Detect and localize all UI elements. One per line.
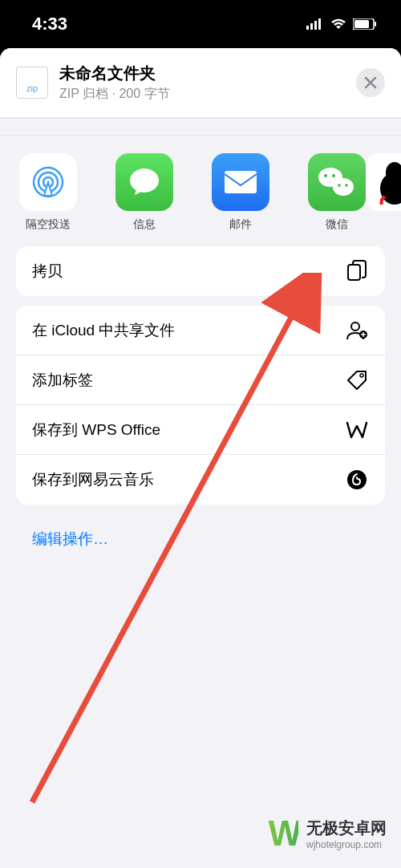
app-airdrop[interactable]: 隔空投送 <box>0 153 96 232</box>
svg-rect-20 <box>348 265 360 280</box>
qq-icon <box>366 153 401 211</box>
sheet-header: zip 未命名文件夹 ZIP 归档 · 200 字节 <box>0 48 401 118</box>
svg-point-10 <box>130 168 159 193</box>
section-divider <box>0 118 401 136</box>
svg-point-21 <box>351 322 359 331</box>
action-label: 拷贝 <box>32 261 63 282</box>
edit-actions-link[interactable]: 编辑操作… <box>16 514 385 564</box>
tag-icon <box>345 368 369 392</box>
action-copy[interactable]: 拷贝 <box>16 246 385 296</box>
app-label: 信息 <box>133 217 156 232</box>
svg-point-23 <box>360 374 363 377</box>
svg-rect-3 <box>318 18 321 30</box>
wps-icon <box>345 418 369 442</box>
wifi-icon <box>330 18 346 30</box>
svg-point-15 <box>333 178 354 196</box>
app-messages[interactable]: 信息 <box>96 153 192 232</box>
person-add-icon <box>345 318 369 343</box>
svg-rect-6 <box>375 22 376 26</box>
wechat-icon <box>308 153 366 211</box>
svg-point-13 <box>324 174 327 177</box>
file-title: 未命名文件夹 <box>59 63 345 84</box>
svg-point-24 <box>347 470 367 489</box>
file-info: 未命名文件夹 ZIP 归档 · 200 字节 <box>59 63 345 103</box>
action-label: 在 iCloud 中共享文件 <box>32 320 175 341</box>
copy-icon <box>345 259 369 283</box>
app-mail[interactable]: 邮件 <box>192 153 289 232</box>
status-time: 4:33 <box>32 14 67 34</box>
action-group-main: 在 iCloud 中共享文件 添加标签 保存到 WPS Office 保存到网易… <box>16 306 385 505</box>
svg-rect-0 <box>306 26 309 30</box>
watermark: W 无极安卓网 wjhotelgroup.com <box>268 813 387 854</box>
app-label: 微信 <box>326 217 348 232</box>
action-icloud-share[interactable]: 在 iCloud 中共享文件 <box>16 306 385 355</box>
svg-rect-1 <box>310 23 313 30</box>
mail-icon <box>212 153 269 211</box>
watermark-url: wjhotelgroup.com <box>306 839 387 850</box>
airdrop-icon <box>19 153 77 211</box>
watermark-logo-icon: W <box>268 813 298 854</box>
action-list: 拷贝 在 iCloud 中共享文件 添加标签 保存到 WPS Offic <box>16 246 385 564</box>
app-label: 邮件 <box>229 217 252 232</box>
svg-point-14 <box>332 174 335 177</box>
signal-icon <box>306 18 324 30</box>
watermark-title: 无极安卓网 <box>306 817 387 839</box>
file-subtitle: ZIP 归档 · 200 字节 <box>59 86 345 103</box>
file-thumbnail: zip <box>16 67 48 99</box>
action-group-copy: 拷贝 <box>16 246 385 296</box>
close-icon <box>364 76 377 89</box>
svg-point-16 <box>338 184 341 187</box>
action-label: 添加标签 <box>32 370 93 391</box>
action-save-wps[interactable]: 保存到 WPS Office <box>16 405 385 455</box>
app-label: 隔空投送 <box>26 217 71 232</box>
svg-rect-5 <box>354 20 369 28</box>
svg-rect-2 <box>314 21 317 30</box>
close-button[interactable] <box>356 68 385 97</box>
status-bar: 4:33 <box>0 0 401 48</box>
svg-rect-11 <box>225 171 257 193</box>
share-sheet: zip 未命名文件夹 ZIP 归档 · 200 字节 隔空投送 信息 邮件 <box>0 48 401 868</box>
action-add-tag[interactable]: 添加标签 <box>16 355 385 405</box>
apps-row[interactable]: 隔空投送 信息 邮件 微信 <box>0 136 401 246</box>
app-qq[interactable] <box>379 153 401 232</box>
action-label: 保存到 WPS Office <box>32 420 160 440</box>
status-icons <box>306 18 377 30</box>
messages-icon <box>115 153 173 211</box>
action-save-netease[interactable]: 保存到网易云音乐 <box>16 455 385 505</box>
svg-point-17 <box>345 184 348 187</box>
netease-music-icon <box>345 468 369 492</box>
battery-icon <box>353 18 377 30</box>
action-label: 保存到网易云音乐 <box>32 469 154 490</box>
